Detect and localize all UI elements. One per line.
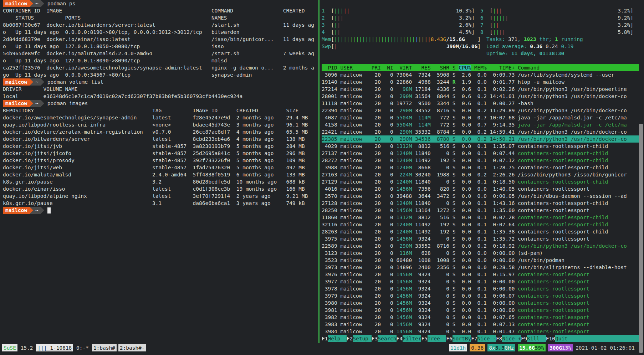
meter-bar-tick: | — [374, 36, 378, 43]
fkey-label-setup[interactable]: Setup — [353, 335, 371, 342]
fkey-f8[interactable]: F8 — [496, 335, 502, 342]
htop-process-row[interactable]: 3570 mailcow 20 0 39488 3644 3472 S 0.0 … — [322, 192, 639, 200]
htop-column-header-pid[interactable]: PID — [322, 65, 337, 71]
fkey-label-search[interactable]: Search — [378, 335, 396, 342]
fkey-f7[interactable]: F7 — [471, 335, 477, 342]
htop-column-header-res[interactable]: RES — [415, 65, 431, 71]
htop-process-row[interactable]: 11860 mailcow 20 0 1312M 8812 516 S 0.0 … — [322, 214, 639, 221]
htop-process-row[interactable]: 19140 mailcow 20 0 22860 4968 3244 R 1.9… — [322, 78, 639, 86]
terminal-scrollbar[interactable] — [639, 124, 643, 353]
htop-process-row[interactable]: 3984 mailcow 20 0 1456M 9324 0 S 0.0 0.1… — [322, 328, 639, 335]
htop-process-row[interactable]: 3523 mailcow 20 0 60480 1008 1008 S 0.0 … — [322, 257, 639, 264]
htop-process-row[interactable]: 28272 mailcow 20 0 1240M 11492 192 S 0.0… — [322, 157, 639, 164]
meter-bar-tick: | — [340, 7, 343, 14]
htop-process-row[interactable]: 22394 mailcow 20 0 290M 33552 8716 S 0.0… — [322, 107, 639, 114]
fkey-label-quit[interactable]: Quit — [555, 335, 574, 342]
htop-column-header-virt[interactable]: VIRT — [397, 65, 412, 71]
htop-column-header-cpu[interactable]: CPU% — [459, 65, 471, 71]
htop-process-row[interactable]: 3123 mailcow 20 0 116M 628 0 S 0.0 0.0 0… — [322, 249, 639, 257]
status-cpu-freq: 3.3 — [495, 345, 505, 351]
htop-column-header-command[interactable]: Command — [518, 65, 540, 71]
htop-process-row[interactable]: 27163 mailcow 20 0 224M 30240 1988 S 0.0… — [322, 171, 639, 178]
fkey-f10[interactable]: F10 — [546, 335, 555, 342]
process-command: containers-rootlessport-child — [518, 150, 608, 156]
htop-process-row[interactable]: 4029 mailcow 20 0 1312M 8812 516 S 0.0 0… — [322, 143, 639, 150]
htop-process-row[interactable]: 22385 mailcow 20 0 290M 34536 8780 S 0.0… — [322, 135, 639, 143]
htop-process-row[interactable]: 3982 mailcow 20 0 1456M 9324 0 S 0.0 0.1… — [322, 314, 639, 321]
swap-meter-label: Swp — [322, 43, 331, 50]
terminal-cursor — [47, 207, 51, 213]
htop-process-row[interactable]: 27137 mailcow 20 0 1240M 11840 0 S 0.0 0… — [322, 150, 639, 157]
htop-process-row[interactable]: 11118 mailcow 20 0 19772 9500 3344 S 0.6… — [322, 100, 639, 107]
fkey-f6[interactable]: F6 — [446, 335, 452, 342]
htop-column-header-shr[interactable]: SHR — [434, 65, 449, 71]
process-command: /usr/bin/podman — [518, 257, 564, 263]
htop-column-header-user[interactable]: USER — [340, 65, 368, 71]
htop-process-table-header[interactable]: PID USER PRI NI VIRT RES SHR S CPU% MEM%… — [322, 64, 639, 71]
htop-process-row[interactable]: 28001 mailcow 20 0 290M 31564 8844 S 0.6… — [322, 93, 639, 100]
htop-column-header-ni[interactable]: NI — [384, 65, 393, 71]
fkey-label-nice[interactable]: Nice - — [477, 335, 496, 342]
meter-bar-tick: | — [412, 36, 415, 43]
fkey-f3[interactable]: F3 — [372, 335, 378, 342]
fkey-label-nice[interactable]: Nice + — [502, 335, 521, 342]
status-window-badge[interactable]: ||| 1-10818 — [36, 344, 73, 351]
fkey-f9[interactable]: F9 — [521, 335, 527, 342]
htop-process-row[interactable]: 4087 mailcow 20 0 5504M 114M 772 S 0.0 0… — [322, 114, 639, 121]
htop-process-row[interactable]: 22589 mailcow 20 0 290M 33552 8716 S 0.0… — [322, 242, 639, 249]
fkey-f1[interactable]: F1 — [322, 335, 328, 342]
htop-process-row[interactable]: 4016 mailcow 20 0 1456M 7356 820 S 0.0 0… — [322, 185, 639, 192]
meter-bar-tick: | — [406, 36, 409, 43]
htop-process-row[interactable]: 3980 mailcow 20 0 1456M 9324 0 S 0.0 0.1… — [322, 299, 639, 307]
htop-column-header-time[interactable]: TIME+ — [490, 65, 515, 71]
tmux-pane-right-htop[interactable]: 1[|||||10.3%]5[|||3.2%]2[|||3.2%]6[|||||… — [322, 0, 639, 343]
images-table-row: docker.io/awesometechnologies/synapse-ad… — [3, 114, 318, 121]
htop-column-header-mem[interactable]: MEM% — [474, 65, 487, 71]
process-command: /usr/bin/python3 /usr/bin/docker-co — [518, 136, 627, 142]
htop-process-row[interactable]: 4158 mailcow 20 0 5504M 114M 772 S 0.0 0… — [322, 121, 639, 128]
swap-meter: Swp[|390M/16.0G] — [322, 43, 481, 50]
htop-process-row[interactable]: 27128 mailcow 20 0 1240M 11840 0 S 0.0 0… — [322, 200, 639, 207]
cpu-meter-percent: 5.8% — [618, 29, 630, 36]
fkey-label-sortby[interactable]: SortBy — [453, 335, 471, 342]
tmux-pane-divider[interactable] — [318, 0, 320, 343]
htop-process-row[interactable]: 22421 mailcow 20 0 290M 35332 8784 S 0.0… — [322, 128, 639, 135]
htop-column-header-pri[interactable]: PRI — [372, 65, 381, 71]
htop-process-row[interactable]: 28250 mailcow 20 0 1456M 13164 1272 S 0.… — [322, 207, 639, 214]
fkey-label-help[interactable]: Help — [328, 335, 346, 342]
meter-bar-tick: | — [353, 36, 356, 43]
htop-process-row[interactable]: 3988 mailcow 20 0 1240M 8668 0 S 0.0 0.1… — [322, 164, 639, 171]
htop-process-row[interactable]: 3979 mailcow 20 0 1456M 9324 0 S 0.0 0.1… — [322, 292, 639, 299]
tmux-pane-left-shell[interactable]: mailcow~podman psCONTAINER ID IMAGE COMM… — [3, 0, 318, 343]
cpu-meter-percent: 3.2% — [618, 21, 630, 29]
htop-process-row[interactable]: 32116 mailcow 20 0 1240M 11492 192 S 0.0… — [322, 221, 639, 228]
htop-process-row[interactable]: 3981 mailcow 20 0 1456M 9324 0 S 0.0 0.1… — [322, 307, 639, 314]
htop-process-row[interactable]: 3975 mailcow 20 0 1456M 9324 0 S 0.0 0.1… — [322, 235, 639, 242]
fkey-label-kill[interactable]: Kill — [527, 335, 546, 342]
htop-process-row[interactable]: 3096 mailcow 20 0 73064 7324 5908 S 2.6 … — [322, 71, 639, 78]
htop-process-row[interactable]: 3978 mailcow 20 0 1456M 9324 0 S 0.0 0.1… — [322, 285, 639, 292]
fkey-label-filter[interactable]: Filter — [403, 335, 421, 342]
prompt-path: ~ — [33, 100, 41, 107]
status-disk-total: 300G — [550, 345, 562, 351]
status-window-2[interactable]: 2:bash#- — [118, 344, 146, 351]
htop-process-row[interactable]: 3973 mailcow 20 0 14896 2400 2356 S 0.0 … — [322, 264, 639, 271]
htop-column-header-s[interactable]: S — [453, 65, 456, 71]
htop-process-row[interactable]: 27214 mailcow 20 0 98M 17184 4336 S 0.6 … — [322, 86, 639, 93]
fkey-f4[interactable]: F4 — [397, 335, 403, 342]
process-command: containers-rootlessport-child — [518, 158, 608, 163]
meter-bar-tick: | — [421, 36, 424, 43]
htop-process-row[interactable]: 3983 mailcow 20 0 1456M 9324 0 S 0.0 0.1… — [322, 321, 639, 328]
status-window-1[interactable]: 1:bash# — [92, 344, 117, 351]
htop-process-row[interactable]: 28263 mailcow 20 0 1240M 11492 192 S 0.0… — [322, 228, 639, 235]
process-command: /usr/bin/python3 /usr/bin/docker-co — [518, 243, 627, 249]
meter-bar-tick: | — [334, 14, 337, 21]
fkey-f5[interactable]: F5 — [421, 335, 427, 342]
cpu-meter-percent: 3.2% — [459, 14, 471, 21]
fkey-f2[interactable]: F2 — [347, 335, 353, 342]
htop-process-row[interactable]: 3977 mailcow 20 0 1456M 9324 0 S 0.0 0.1… — [322, 278, 639, 285]
process-command: /usr/bin/slirp4netns --disable-host — [518, 264, 627, 270]
htop-process-row[interactable]: 3976 mailcow 20 0 1456M 9324 0 S 0.0 0.1… — [322, 271, 639, 278]
htop-process-row[interactable]: 27129 mailcow 20 0 1240M 11840 0 S 0.0 0… — [322, 178, 639, 185]
fkey-label-tree[interactable]: Tree — [428, 335, 446, 342]
